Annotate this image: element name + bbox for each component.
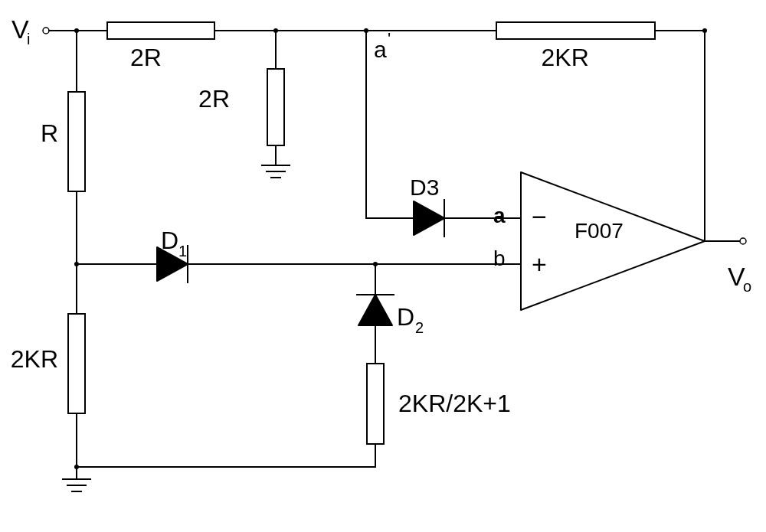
svg-text:a: a (374, 37, 387, 62)
svg-text:2KR: 2KR (11, 345, 58, 373)
svg-rect-6 (107, 22, 214, 39)
schematic-root: Vi2Ra'2KRVo2RR2KRD1D22KR/2K+1D3ab−+F007 (11, 15, 751, 491)
svg-rect-28 (267, 69, 284, 145)
svg-text:R: R (41, 119, 58, 147)
svg-text:2R: 2R (198, 85, 230, 113)
svg-text:D: D (397, 303, 414, 331)
svg-text:a: a (493, 204, 506, 227)
svg-rect-44 (68, 314, 85, 413)
svg-rect-16 (496, 22, 655, 39)
svg-text:b: b (493, 246, 506, 270)
circuit-schematic: Vi2Ra'2KRVo2RR2KRD1D22KR/2K+1D3ab−+F007 (0, 0, 766, 532)
svg-rect-70 (367, 364, 384, 444)
svg-text:2KR/2K+1: 2KR/2K+1 (398, 390, 511, 417)
svg-text:2R: 2R (130, 44, 162, 71)
svg-point-0 (43, 28, 49, 34)
svg-text:o: o (743, 278, 751, 295)
svg-point-24 (740, 238, 746, 244)
svg-text:2KR: 2KR (542, 44, 589, 71)
svg-text:−: − (532, 202, 547, 231)
svg-text:': ' (388, 29, 391, 48)
svg-marker-63 (358, 295, 392, 325)
svg-text:1: 1 (178, 243, 187, 259)
svg-marker-76 (414, 201, 444, 235)
svg-text:i: i (27, 31, 30, 47)
svg-text:D3: D3 (410, 175, 439, 200)
svg-text:D: D (161, 227, 178, 254)
svg-text:2: 2 (415, 319, 424, 336)
svg-text:F007: F007 (574, 219, 624, 243)
svg-rect-37 (68, 92, 85, 191)
svg-text:+: + (532, 250, 547, 279)
